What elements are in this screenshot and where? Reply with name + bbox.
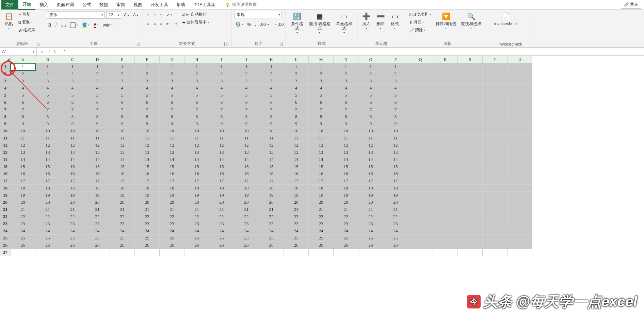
column-header[interactable]: K [259,56,284,63]
cell[interactable] [309,249,334,256]
cell[interactable] [433,128,458,135]
cell[interactable]: 10 [309,128,334,135]
cell[interactable]: 15 [209,163,234,170]
cell[interactable]: 22 [259,213,284,220]
cell[interactable]: 10 [110,128,135,135]
cell[interactable]: 14 [234,156,259,163]
cell[interactable] [433,92,458,99]
cell[interactable]: 8 [259,113,284,120]
cell[interactable] [508,120,532,128]
cell[interactable]: 9 [309,120,334,128]
row-header[interactable]: 12 [0,142,11,149]
enter-formula-icon[interactable]: ✓ [47,49,50,54]
cell[interactable]: 2 [383,70,408,78]
cell[interactable]: 8 [284,113,309,120]
cell[interactable]: 22 [284,213,309,220]
row-header[interactable]: 26 [0,242,11,249]
cell[interactable]: 26 [60,242,85,249]
cell[interactable] [483,228,508,235]
cell[interactable]: 25 [184,235,209,242]
cell[interactable]: 10 [11,128,35,135]
conditional-format-button[interactable]: 🔢条件格式▾ [289,11,305,35]
cell[interactable] [508,170,532,178]
cell[interactable]: 2 [234,70,259,78]
column-header[interactable]: J [234,56,259,63]
cell[interactable] [508,149,532,156]
cell[interactable]: 14 [110,156,135,163]
cell[interactable] [408,213,433,220]
cell[interactable]: 20 [184,199,209,206]
cell[interactable] [433,178,458,185]
cell[interactable]: 16 [309,170,334,178]
cell[interactable] [433,199,458,206]
row-header[interactable]: 15 [0,163,11,170]
cell[interactable]: 11 [259,135,284,142]
cell[interactable]: 13 [383,149,408,156]
cell[interactable] [433,120,458,128]
cell[interactable]: 7 [60,106,85,113]
menu-insert[interactable]: 插入 [35,0,52,10]
row-header[interactable]: 10 [0,128,11,135]
cell[interactable]: 7 [110,106,135,113]
cell[interactable] [433,78,458,85]
menu-pdf[interactable]: PDF工具集 [189,0,220,10]
cell[interactable]: 3 [35,78,60,85]
cell[interactable]: 3 [259,78,284,85]
cell[interactable]: 18 [234,185,259,192]
row-header[interactable]: 17 [0,178,11,185]
cell[interactable]: 5 [209,92,234,99]
cell[interactable]: 15 [85,163,110,170]
cell[interactable]: 17 [284,178,309,185]
cell[interactable]: 1 [110,63,135,70]
cell[interactable]: 11 [334,135,358,142]
cell[interactable]: 6 [184,99,209,106]
cell[interactable]: 17 [309,178,334,185]
align-left-button[interactable]: ≡ [146,21,151,27]
cell[interactable]: 26 [259,242,284,249]
cell[interactable] [259,249,284,256]
find-select-button[interactable]: 🔍查找和选择▾ [460,11,483,31]
cell[interactable]: 15 [358,163,383,170]
cell[interactable]: 3 [234,78,259,85]
cell[interactable]: 8 [35,113,60,120]
cell[interactable]: 7 [135,106,160,113]
cell[interactable] [433,170,458,178]
cell[interactable] [458,149,483,156]
cell[interactable]: 9 [284,120,309,128]
cell[interactable]: 13 [60,149,85,156]
cell[interactable]: 5 [135,92,160,99]
cell[interactable]: 14 [35,156,60,163]
cell[interactable]: 6 [334,99,358,106]
cell[interactable]: 2 [35,70,60,78]
cell[interactable]: 10 [358,128,383,135]
cell[interactable]: 8 [110,113,135,120]
cell[interactable] [408,120,433,128]
column-header[interactable]: H [184,56,209,63]
cell[interactable]: 18 [309,185,334,192]
cell[interactable] [483,128,508,135]
cell[interactable] [458,85,483,92]
cell[interactable] [433,142,458,149]
cell[interactable]: 24 [334,228,358,235]
cell[interactable]: 1 [383,63,408,70]
cell[interactable]: 9 [60,120,85,128]
align-middle-button[interactable]: ≡ [152,12,157,18]
cell[interactable]: 7 [209,106,234,113]
cell[interactable] [433,156,458,163]
cell[interactable] [433,206,458,213]
cell[interactable]: 1 [184,63,209,70]
cell[interactable]: 8 [358,113,383,120]
cell[interactable] [508,163,532,170]
cell[interactable]: 13 [11,149,35,156]
cell[interactable]: 19 [309,192,334,199]
cell[interactable]: 7 [160,106,184,113]
cell[interactable]: 5 [284,92,309,99]
cell[interactable]: 7 [35,106,60,113]
cell[interactable]: 2 [259,70,284,78]
format-cells-button[interactable]: ▭格式▾ [389,11,401,31]
cell[interactable]: 15 [110,163,135,170]
dialog-launcher-icon[interactable]: ↘ [37,42,41,46]
cell[interactable] [508,213,532,220]
cell[interactable] [209,249,234,256]
cell[interactable]: 16 [334,170,358,178]
